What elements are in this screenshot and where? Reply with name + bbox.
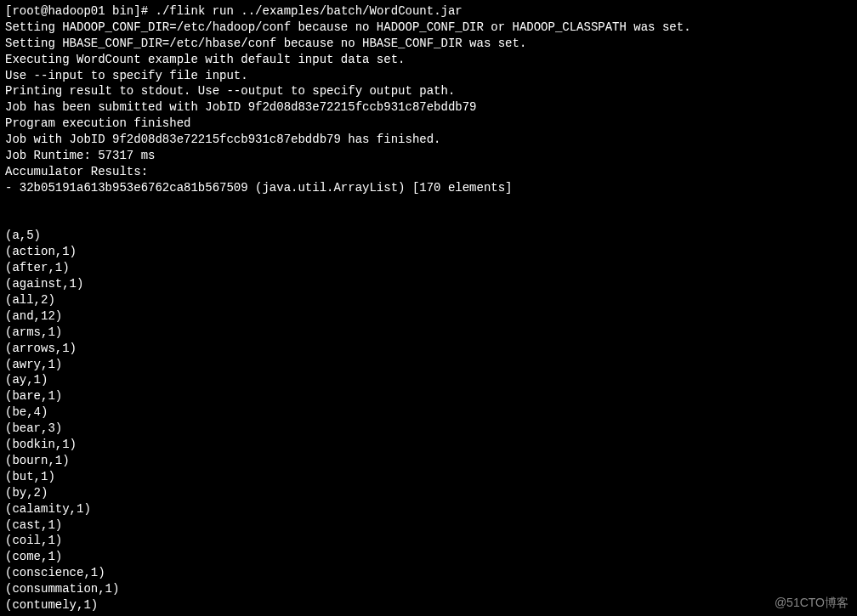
output-line: Setting HBASE_CONF_DIR=/etc/hbase/conf b… <box>5 36 852 52</box>
result-line: (all,2) <box>5 292 852 308</box>
output-line: Use --input to specify file input. <box>5 68 852 84</box>
result-line: (against,1) <box>5 276 852 292</box>
result-line: (consummation,1) <box>5 581 852 597</box>
command-text: ./flink run ../examples/batch/WordCount.… <box>155 4 462 18</box>
output-line: Job with JobID 9f2d08d83e72215fccb931c87… <box>5 132 852 148</box>
result-line: (ay,1) <box>5 372 852 388</box>
result-line: (a,5) <box>5 228 852 244</box>
result-line: (bare,1) <box>5 388 852 404</box>
terminal-output: [root@hadoop01 bin]# ./flink run ../exam… <box>5 3 852 613</box>
result-line: (cast,1) <box>5 517 852 534</box>
prompt-dir: bin <box>112 4 133 18</box>
prompt-user: root <box>12 4 41 18</box>
result-line: (contumely,1) <box>5 597 852 613</box>
prompt-symbol: # <box>141 4 148 18</box>
output-line: Job has been submitted with JobID 9f2d08… <box>5 99 852 116</box>
result-line: (calamity,1) <box>5 501 852 517</box>
result-line: (by,2) <box>5 485 852 501</box>
result-line: (coil,1) <box>5 533 852 549</box>
result-line: (after,1) <box>5 260 852 276</box>
result-line: (but,1) <box>5 469 852 485</box>
result-line: (come,1) <box>5 549 852 565</box>
result-line: (action,1) <box>5 244 852 260</box>
result-line: (awry,1) <box>5 357 852 373</box>
output-line: Printing result to stdout. Use --output … <box>5 83 852 99</box>
blank-line <box>5 196 852 212</box>
result-line: (arrows,1) <box>5 341 852 357</box>
result-line: (be,4) <box>5 404 852 421</box>
output-line: Job Runtime: 57317 ms <box>5 148 852 164</box>
prompt-close: ] <box>133 4 140 18</box>
output-line: Setting HADOOP_CONF_DIR=/etc/hadoop/conf… <box>5 20 852 36</box>
result-line: (bourn,1) <box>5 453 852 469</box>
output-line: Program execution finished <box>5 116 852 132</box>
output-line: - 32b05191a613b953e6762ca81b567509 (java… <box>5 180 852 196</box>
result-line: (bear,3) <box>5 421 852 437</box>
watermark: @51CTO博客 <box>775 595 848 611</box>
prompt-host: hadoop01 <box>48 4 105 18</box>
result-line: (bodkin,1) <box>5 437 852 453</box>
shell-prompt-line[interactable]: [root@hadoop01 bin]# ./flink run ../exam… <box>5 3 852 20</box>
output-line: Accumulator Results: <box>5 164 852 180</box>
blank-line <box>5 212 852 229</box>
output-line: Executing WordCount example with default… <box>5 52 852 68</box>
result-line: (arms,1) <box>5 325 852 341</box>
result-line: (and,12) <box>5 308 852 325</box>
result-line: (conscience,1) <box>5 565 852 581</box>
